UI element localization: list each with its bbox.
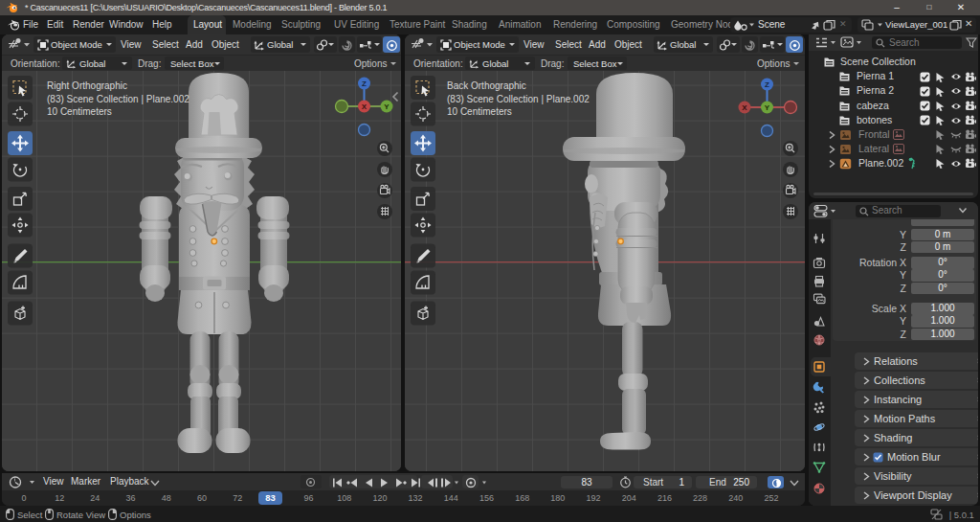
svg-text:10 Centimeters: 10 Centimeters: [47, 106, 112, 117]
svg-text:(83) Scene Collection | Plane.: (83) Scene Collection | Plane.002: [447, 94, 590, 104]
svg-text:Y: Y: [384, 102, 390, 111]
svg-text:X: X: [742, 103, 747, 112]
svg-text:Y: Y: [765, 103, 770, 112]
svg-text:Z: Z: [765, 80, 769, 89]
svg-text:Back Orthographic: Back Orthographic: [447, 80, 526, 91]
svg-text:Right Orthographic: Right Orthographic: [47, 80, 127, 91]
svg-text:X: X: [362, 102, 368, 111]
svg-text:Z: Z: [362, 79, 367, 88]
svg-text:(83) Scene Collection | Plane.: (83) Scene Collection | Plane.002: [47, 94, 189, 104]
svg-text:10 Centimeters: 10 Centimeters: [447, 106, 512, 117]
